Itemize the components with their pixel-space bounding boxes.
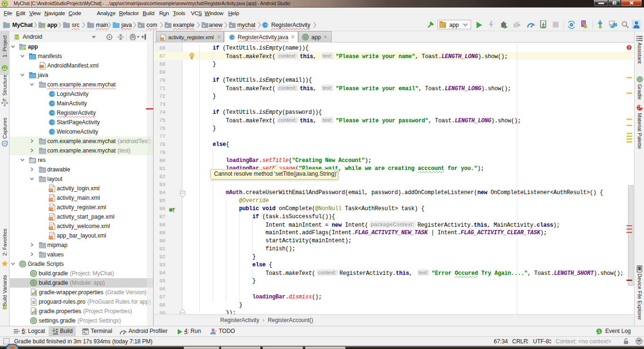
svg-text:<>: <> bbox=[49, 208, 53, 211]
svg-text:<>: <> bbox=[161, 38, 164, 41]
svg-text:C: C bbox=[50, 129, 54, 135]
svg-text:C: C bbox=[50, 119, 54, 125]
svg-text:1: 1 bbox=[598, 329, 601, 334]
svg-text:C: C bbox=[231, 34, 234, 40]
svg-text:<>: <> bbox=[49, 198, 53, 202]
svg-text:C: C bbox=[50, 101, 54, 106]
svg-text:<>: <> bbox=[49, 189, 53, 192]
svg-text:C: C bbox=[50, 110, 54, 116]
svg-text:C: C bbox=[263, 23, 266, 28]
svg-text:<>: <> bbox=[49, 217, 53, 221]
svg-text:<>: <> bbox=[40, 65, 43, 68]
svg-text:<>: <> bbox=[49, 236, 53, 239]
svg-text:<>: <> bbox=[49, 227, 53, 230]
svg-text:C: C bbox=[50, 91, 54, 97]
